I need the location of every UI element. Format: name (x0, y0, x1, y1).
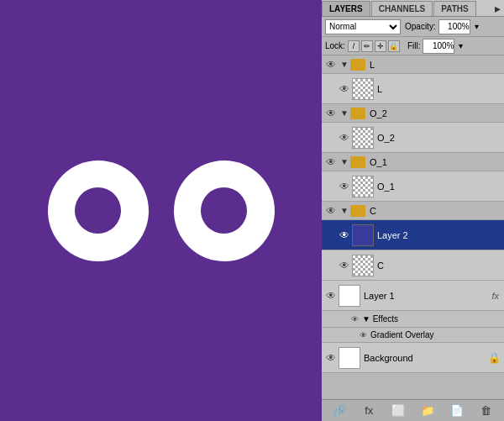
layer-row-layer2[interactable]: 👁 Layer 2 (322, 220, 504, 250)
layer-row-L[interactable]: 👁 L (322, 74, 504, 104)
layer-row-layer1[interactable]: 👁 Layer 1 fx (322, 281, 504, 311)
collapse-C[interactable]: ▼ (339, 205, 350, 217)
panel-options-arrow[interactable]: ▾ (475, 22, 479, 31)
blend-mode-select[interactable]: Normal (325, 19, 401, 34)
thumb-layer1 (339, 285, 360, 307)
layer-name-layer2: Layer 2 (377, 230, 502, 240)
layer-row-O2[interactable]: 👁 O_2 (322, 123, 504, 153)
thumb-C (352, 255, 374, 276)
thumb-O2 (352, 127, 374, 149)
visibility-effects[interactable]: 👁 (347, 312, 362, 327)
layer-name-background: Background (364, 353, 488, 363)
effects-label: ▼ Effects (362, 314, 398, 324)
delete-layer-btn[interactable]: 🗑 (478, 403, 495, 419)
visibility-layer-O2[interactable]: 👁 (337, 130, 352, 145)
lock-background-icon: 🔒 (488, 352, 501, 364)
eyes-container (48, 161, 275, 261)
new-layer-btn[interactable]: 📄 (449, 403, 465, 419)
panel-bottom-bar: 🔗 fx ⬜ 📁 📄 🗑 (322, 399, 504, 421)
folder-icon-O1 (350, 156, 365, 168)
right-eye-pupil (201, 187, 247, 234)
folder-icon-L (350, 59, 365, 71)
visibility-L[interactable]: 👁 (323, 57, 339, 72)
layer-row-O1[interactable]: 👁 O_1 (322, 171, 504, 202)
visibility-C[interactable]: 👁 (323, 203, 339, 218)
lock-fill-toolbar: Lock: / ✏ ✛ 🔒 Fill: ▾ (322, 37, 504, 55)
lock-position-btn[interactable]: ✛ (375, 40, 386, 52)
lock-image-btn[interactable]: ✏ (361, 40, 373, 52)
layer-row-background[interactable]: 👁 Background 🔒 (322, 343, 504, 373)
folder-icon-C (350, 205, 365, 217)
right-eye (174, 161, 275, 261)
lock-icons: / ✏ ✛ 🔒 (348, 40, 400, 52)
tab-layers[interactable]: LAYERS (322, 1, 370, 16)
tab-paths[interactable]: PATHS (433, 1, 475, 16)
lock-transparent-btn[interactable]: / (348, 40, 360, 52)
group-header-C[interactable]: 👁 ▼ C (322, 202, 504, 220)
group-header-O2[interactable]: 👁 ▼ O_2 (322, 104, 504, 123)
add-style-btn[interactable]: fx (360, 403, 377, 419)
effect-gradient-label: Gradient Overlay (370, 330, 434, 339)
layer-name-O1: O_1 (377, 182, 502, 192)
group-header-O1[interactable]: 👁 ▼ O_1 (322, 153, 504, 171)
panel-tabs: LAYERS CHANNELS PATHS ▸ (322, 0, 504, 17)
opacity-input[interactable] (438, 19, 470, 34)
folder-icon-O2 (350, 108, 365, 119)
thumb-background (339, 347, 360, 369)
collapse-L[interactable]: ▼ (339, 59, 350, 71)
visibility-layer1[interactable]: 👁 (323, 288, 339, 303)
collapse-O1[interactable]: ▼ (339, 156, 350, 168)
thumb-layer2 (352, 224, 374, 246)
visibility-layer-L[interactable]: 👁 (337, 82, 352, 97)
layers-list: 👁 ▼ L 👁 L 👁 ▼ O_2 👁 O_2 👁 ▼ O_1 (322, 55, 504, 399)
visibility-O1[interactable]: 👁 (323, 155, 339, 170)
effects-header[interactable]: 👁 ▼ Effects (322, 311, 504, 328)
collapse-O2[interactable]: ▼ (339, 108, 350, 119)
group-name-O2: O_2 (370, 108, 387, 118)
thumb-O1 (352, 176, 374, 197)
fill-input[interactable] (423, 39, 454, 54)
fill-label: Fill: (407, 41, 421, 50)
canvas-area (0, 0, 322, 421)
visibility-layer-C[interactable]: 👁 (337, 258, 352, 273)
group-header-L[interactable]: 👁 ▼ L (322, 55, 504, 74)
blend-opacity-toolbar: Normal Opacity: ▾ (322, 17, 504, 37)
fx-badge-layer1: fx (491, 291, 499, 301)
visibility-layer2[interactable]: 👁 (337, 228, 352, 243)
layer-name-L: L (377, 84, 502, 94)
group-name-O1: O_1 (370, 157, 387, 167)
visibility-layer-O1[interactable]: 👁 (337, 179, 352, 194)
link-layers-btn[interactable]: 🔗 (331, 403, 348, 419)
layer-name-C: C (377, 260, 502, 271)
fill-options-arrow[interactable]: ▾ (459, 41, 463, 50)
layer-row-C[interactable]: 👁 C (322, 250, 504, 281)
lock-all-btn[interactable]: 🔒 (388, 40, 400, 52)
left-eye (48, 161, 149, 261)
layer-name-layer1: Layer 1 (364, 291, 491, 301)
left-eye-pupil (75, 187, 121, 234)
opacity-label: Opacity: (405, 22, 436, 31)
visibility-O2[interactable]: 👁 (323, 106, 339, 121)
group-name-L: L (370, 60, 375, 70)
thumb-L (352, 78, 374, 100)
add-mask-btn[interactable]: ⬜ (390, 403, 407, 419)
group-name-C: C (370, 206, 376, 216)
lock-label: Lock: (325, 41, 345, 50)
panel-menu-button[interactable]: ▸ (491, 0, 504, 17)
visibility-background[interactable]: 👁 (323, 350, 339, 366)
layers-panel: LAYERS CHANNELS PATHS ▸ Normal Opacity: … (322, 0, 504, 421)
layer-name-O2: O_2 (377, 133, 502, 143)
effect-gradient-overlay[interactable]: 👁 Gradient Overlay (322, 328, 504, 343)
new-group-btn[interactable]: 📁 (419, 403, 436, 419)
visibility-gradient[interactable]: 👁 (355, 328, 370, 343)
tab-channels[interactable]: CHANNELS (371, 1, 433, 16)
